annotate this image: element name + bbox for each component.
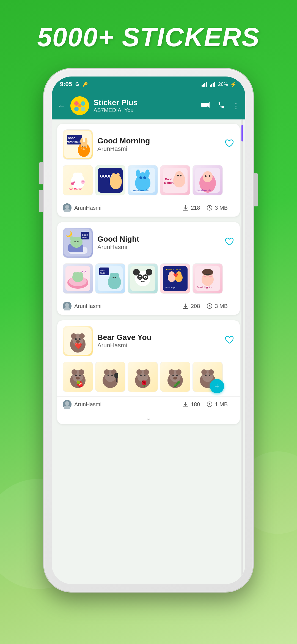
sticker-thumb[interactable]: Good Mornin [128,165,158,195]
svg-text:🌸: 🌸 [81,179,86,184]
favorite-button[interactable] [224,237,234,249]
svg-point-113 [202,269,213,275]
app-title: Sticker Plus [94,98,197,107]
svg-point-24 [80,138,83,144]
svg-text:Good Night: Good Night [166,286,175,289]
svg-text:🌹: 🌹 [140,380,148,388]
back-button[interactable]: ← [57,101,66,111]
svg-text:Good: Good [82,234,88,236]
pack-author: ArunHasmi [97,342,220,349]
power-button[interactable] [254,173,258,206]
more-options-button[interactable]: ⋮ [232,101,240,110]
sticker-thumb[interactable]: Good Morning [160,165,190,195]
svg-point-144 [111,375,113,376]
author-avatar [63,302,72,310]
footer-author-name: ArunHasmi [74,205,101,211]
pack-footer: ArunHasmi 218 3 MB [57,200,240,217]
sticker-thumb[interactable]: Good mornin [193,165,223,195]
sticker-pack-card: GOOD MORNING! [57,124,240,217]
scroll-down-indicator: ⌄ [57,413,240,424]
pack-author: ArunHasmi [97,244,220,251]
pack-cover-image: Good Night 🌙 [63,228,93,258]
svg-point-22 [81,147,84,149]
sticker-thumb[interactable]: 🍓 [63,362,93,392]
sticker-thumb[interactable]: Good Night [95,263,125,294]
svg-point-166 [205,375,207,376]
sticker-list[interactable]: GOOD MORNING! [52,119,245,584]
favorite-button[interactable] [224,335,234,347]
fab-container: + [193,362,223,392]
vol-up-button[interactable] [39,162,43,184]
svg-point-47 [143,176,146,179]
svg-text:GOOD: GOOD [68,137,76,140]
signal2-icon [210,82,216,87]
sticker-thumb[interactable]: ood Mornin 🌸 💕 [63,165,93,195]
svg-text:Morning: Morning [164,181,175,184]
pack-size: 3 MB [207,303,228,309]
pack-size: 1 MB [207,401,228,408]
sticker-thumb[interactable]: Good Night~ [193,263,223,294]
svg-point-95 [146,269,152,275]
download-count: 180 [183,401,200,408]
svg-point-157 [176,369,182,375]
status-right: 26% ⚡ [202,81,237,88]
svg-point-159 [176,375,178,376]
svg-text:GOOD: GOOD [100,174,112,178]
add-sticker-fab[interactable]: + [210,379,224,393]
svg-point-13 [78,104,81,107]
svg-text:💕: 💕 [71,181,75,185]
svg-point-135 [75,375,77,376]
sticker-thumb[interactable]: ✨ GOOD NIGHT ❤️ Good Night [160,263,190,294]
pack-info: Bear Gave You ArunHasmi [97,333,220,349]
svg-point-59 [205,175,207,177]
svg-rect-3 [206,82,207,87]
sticker-thumb[interactable]: 🌹 [128,362,158,392]
svg-point-165 [208,369,214,375]
sticker-thumb[interactable] [95,362,125,392]
favorite-button[interactable] [224,139,234,150]
pack-header: GOOD MORNING! [57,124,240,163]
svg-point-91 [115,273,119,277]
sticker-thumb[interactable]: 🥒 [160,362,190,392]
svg-text:Night: Night [100,272,105,274]
sticker-preview-row: 🍓 [57,359,240,396]
svg-text:🥒: 🥒 [173,380,181,388]
vol-down-button[interactable] [39,190,43,212]
svg-point-128 [79,338,81,340]
scrollbar [241,119,243,584]
pack-info: Good Night ArunHasmi [97,235,220,251]
svg-point-31 [78,173,82,177]
sticker-thumb[interactable]: z z [63,263,93,294]
svg-text:ood Mornin: ood Mornin [69,188,82,190]
svg-point-46 [139,176,142,179]
svg-point-143 [108,375,109,376]
svg-rect-1 [203,84,204,87]
svg-point-141 [104,369,109,375]
svg-point-133 [72,369,77,375]
size-value: 1 MB [215,401,228,408]
sticker-pack-card: Good Night 🌙 Good Night ArunHasmi [57,222,240,315]
sticker-thumb[interactable] [128,263,158,294]
svg-point-90 [110,273,114,277]
svg-text:🌙: 🌙 [65,231,72,237]
svg-point-27 [84,146,86,147]
status-bar: 9:05 G 🔑 26% ⚡ [52,77,245,92]
pack-name: Bear Gave You [97,333,220,342]
size-value: 3 MB [215,303,228,309]
svg-point-149 [136,369,142,375]
svg-text:Good Mornin: Good Mornin [133,189,148,192]
voice-call-button[interactable] [217,101,224,110]
sticker-thumb[interactable]: GOOD [95,165,125,195]
svg-point-156 [169,369,174,375]
pack-info: Good Morning ArunHasmi [97,137,220,152]
download-number: 218 [191,205,200,211]
battery-icon: ⚡ [230,81,237,88]
app-subtitle: AS7MEDIA, You [94,107,197,113]
status-left: 9:05 G 🔑 [60,81,88,88]
author-avatar [63,203,72,212]
scroll-thumb [241,125,243,141]
sticker-preview-row: z z Good Night [57,261,240,298]
pack-name: Good Night [97,235,220,244]
video-call-button[interactable] [201,101,210,110]
svg-rect-5 [211,84,212,87]
